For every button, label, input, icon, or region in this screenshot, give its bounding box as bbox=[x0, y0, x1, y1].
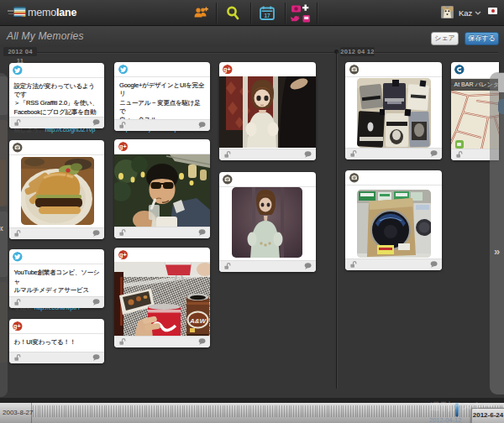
svg-text:A&W: A&W bbox=[189, 316, 207, 324]
svg-text:17: 17 bbox=[264, 13, 270, 18]
